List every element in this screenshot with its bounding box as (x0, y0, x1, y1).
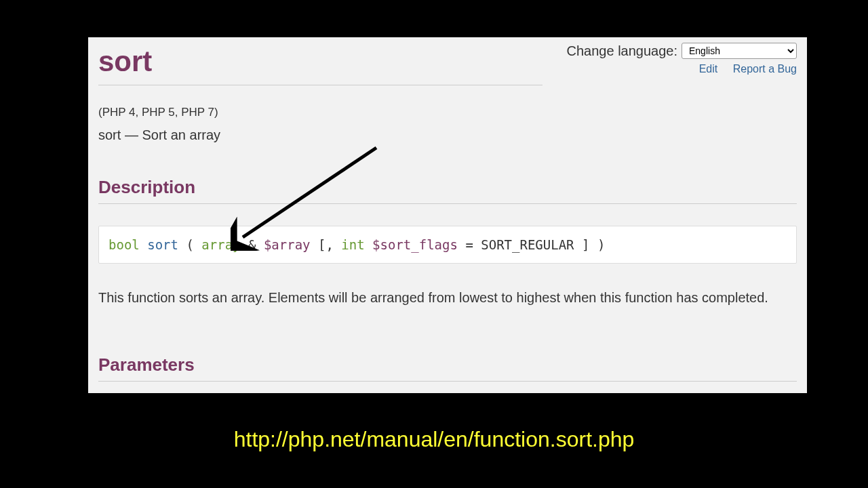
sig-opt-open: [, (318, 237, 341, 252)
description-heading: Description (98, 143, 797, 204)
action-links: Edit Report a Bug (567, 63, 797, 75)
sig-param2-var: $sort_flags (372, 237, 458, 252)
source-url-caption: http://php.net/manual/en/function.sort.p… (0, 427, 868, 452)
function-summary: sort — Sort an array (98, 127, 797, 143)
function-signature: bool sort ( array & $array [, int $sort_… (98, 226, 797, 264)
language-row: Change language: English (567, 43, 797, 59)
sig-param1-ref: & (248, 237, 256, 252)
sig-param2-default: SORT_REGULAR (481, 237, 574, 252)
summary-desc: Sort an array (142, 127, 220, 142)
sig-param2-type: int (341, 237, 364, 252)
sig-opt-close: ] (582, 237, 597, 252)
sig-function-name: sort (147, 237, 178, 252)
edit-link[interactable]: Edit (699, 63, 718, 75)
sig-param1-var: $array (264, 237, 311, 252)
sig-param1-type: array (201, 237, 240, 252)
summary-name: sort (98, 127, 121, 142)
parameters-heading: Parameters (98, 307, 797, 382)
sig-param2-eq: = (465, 237, 481, 252)
sig-close-paren: ) (597, 237, 605, 252)
report-bug-link[interactable]: Report a Bug (733, 63, 797, 75)
summary-separator: — (121, 127, 142, 142)
language-label: Change language: (567, 43, 677, 59)
sig-return-type: bool (108, 237, 140, 252)
top-controls: Change language: English Edit Report a B… (567, 43, 797, 75)
language-select[interactable]: English (682, 43, 797, 59)
version-info: (PHP 4, PHP 5, PHP 7) (98, 106, 797, 119)
page-title: sort (98, 37, 542, 85)
description-text: This function sorts an array. Elements w… (98, 288, 797, 307)
doc-panel: Change language: English Edit Report a B… (88, 37, 807, 393)
sig-open-paren: ( (186, 237, 201, 252)
